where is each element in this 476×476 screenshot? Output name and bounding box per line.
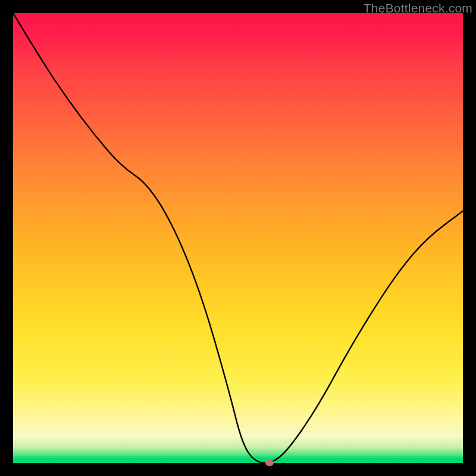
chart-frame: TheBottleneck.com (0, 0, 476, 476)
watermark-text: TheBottleneck.com (364, 1, 472, 15)
optimum-marker (265, 460, 274, 466)
chart-plot-area (13, 13, 463, 463)
bottleneck-curve (13, 13, 463, 463)
